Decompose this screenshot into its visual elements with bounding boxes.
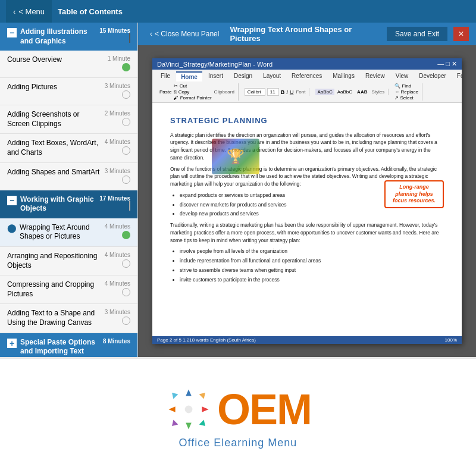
status-badge — [122, 146, 130, 155]
word-zoom-controls: 100% — [445, 337, 457, 343]
item-duration: 4 Minutes — [101, 280, 130, 287]
item-label: Adding Shapes and SmartArt — [7, 168, 101, 177]
tab-file[interactable]: File — [156, 71, 175, 82]
svg-marker-5 — [172, 393, 178, 399]
tab-review[interactable]: Review — [361, 71, 390, 82]
collapse-icon: − — [7, 196, 17, 205]
section-badge — [129, 33, 130, 43]
word-window-controls: — □ ✕ — [437, 60, 457, 68]
bullet-item: develop new products and services — [180, 210, 444, 218]
bold-btn[interactable]: B — [281, 89, 285, 95]
status-badge — [122, 118, 130, 126]
svg-point-0 — [185, 406, 193, 414]
style-aabbc2-btn[interactable]: AaBbC — [336, 89, 354, 95]
tab-design[interactable]: Design — [229, 71, 257, 82]
status-badge — [122, 259, 130, 268]
copy-btn[interactable]: ⎘ Copy — [174, 89, 211, 95]
find-btn[interactable]: 🔍 Find — [394, 83, 418, 89]
select-btn[interactable]: ↗ Select — [394, 95, 418, 101]
viewer-toolbar: ‹ < Close Menu Panel Wrapping Text Aroun… — [138, 23, 476, 45]
word-document: DaVinci_Strategy/MarketingPlan - Word — … — [152, 58, 462, 344]
sidebar-item-arranging[interactable]: Arranging and Repositioning Objects 4 Mi… — [0, 247, 137, 275]
tab-insert[interactable]: Insert — [203, 71, 228, 82]
bullet-item: strive to assemble diverse teams when ge… — [180, 267, 444, 274]
tab-developer[interactable]: Developer — [414, 71, 451, 82]
tab-layout[interactable]: Layout — [258, 71, 286, 82]
section-duration: 17 Minutes — [99, 195, 130, 202]
chevron-left-icon: ‹ — [13, 7, 15, 16]
word-tabs: File Home Insert Design Layout Reference… — [156, 71, 458, 82]
logo-container: OEM — [165, 386, 311, 433]
chevron-left-icon: ‹ — [150, 30, 152, 38]
toc-label: Table of Contents — [52, 7, 123, 16]
status-badge — [122, 90, 130, 99]
menu-label: < Menu — [18, 7, 45, 16]
doc-heading: Strategic Planning — [170, 115, 444, 127]
close-menu-panel-button[interactable]: ‹ < Close Menu Panel — [145, 27, 224, 40]
svg-marker-7 — [172, 420, 178, 426]
sidebar-section-adding-illustrations[interactable]: − Adding Illustrations and Graphics 15 M… — [0, 23, 137, 51]
item-duration: 3 Minutes — [101, 83, 130, 89]
svg-marker-6 — [199, 393, 205, 399]
item-label: Course Overview — [7, 55, 101, 65]
tab-home[interactable]: Home — [176, 71, 202, 82]
oem-logo-arrows — [165, 386, 212, 433]
collapse-icon: − — [7, 28, 17, 37]
logo-tagline: Office Elearning Menu — [179, 437, 298, 449]
sidebar-section-working-graphic-objects[interactable]: − Working with Graphic Objects 17 Minute… — [0, 190, 137, 218]
sidebar-item-adding-shapes[interactable]: Adding Shapes and SmartArt 3 Minutes — [0, 163, 137, 190]
sidebar-item-course-overview[interactable]: Course Overview 1 Minute — [0, 51, 137, 78]
item-duration: 2 Minutes — [101, 110, 130, 117]
sidebar-section-special-paste[interactable]: + Special Paste Options and Importing Te… — [0, 333, 137, 358]
sidebar-item-compressing[interactable]: Compressing and Cropping Pictures 4 Minu… — [0, 275, 137, 304]
oem-logo-text: OEM — [217, 388, 311, 431]
item-label: Arranging and Repositioning Objects — [7, 252, 101, 270]
tab-view[interactable]: View — [391, 71, 414, 82]
format-painter-btn[interactable]: 🖌 Format Painter — [174, 95, 211, 101]
expand-icon: + — [7, 339, 17, 348]
section-badge — [129, 201, 130, 211]
bullet-item: include representation from all function… — [180, 257, 444, 265]
word-statusbar: Page 2 of 5 1,218 words English (South A… — [152, 336, 462, 344]
status-badge — [122, 176, 130, 184]
close-button[interactable]: ✕ — [453, 27, 469, 41]
font-size-select[interactable]: 11 — [267, 88, 279, 96]
paste-label: Paste — [159, 89, 171, 95]
save-exit-button[interactable]: Save and Exit — [387, 27, 447, 41]
bookmark-icon: ⬤ — [7, 223, 17, 233]
clipboard-label: Clipboard — [214, 89, 234, 95]
cut-btn[interactable]: ✂ Cut — [174, 83, 211, 89]
content-viewer: ‹ < Close Menu Panel Wrapping Text Aroun… — [138, 23, 476, 357]
italic-btn[interactable]: I — [286, 89, 288, 95]
menu-button[interactable]: ‹ < Menu — [6, 0, 52, 23]
logo-section: OEM Office Elearning Menu — [0, 357, 476, 476]
sidebar-item-adding-text-shape[interactable]: Adding Text to a Shape and Using the Dra… — [0, 304, 137, 333]
sidebar-item-adding-screenshots[interactable]: Adding Screenshots or Screen Clippings 2… — [0, 105, 137, 134]
item-label: Adding Text Boxes, WordArt, and Charts — [7, 139, 101, 157]
bullet-item: involve people from all levels of the or… — [180, 248, 444, 255]
sidebar-item-wrapping-text[interactable]: ⬤ Wrapping Text Around Shapes or Picture… — [0, 218, 137, 247]
word-ribbon-buttons: Paste ✂ Cut ⎘ Copy 🖌 Format Painter Clip… — [156, 83, 458, 101]
sidebar-item-adding-textboxes[interactable]: Adding Text Boxes, WordArt, and Charts 4… — [0, 134, 137, 162]
word-ribbon: File Home Insert Design Layout Reference… — [152, 70, 462, 103]
status-badge — [122, 288, 130, 296]
word-status-text: Page 2 of 5 1,218 words English (South A… — [157, 337, 256, 343]
replace-btn[interactable]: ↔ Replace — [394, 89, 418, 95]
tab-format[interactable]: Format — [452, 71, 462, 82]
style-aab-btn[interactable]: AAB — [355, 89, 369, 95]
status-badge — [122, 231, 130, 239]
bullet-item: invite customers to participate in the p… — [180, 276, 444, 284]
item-label: Adding Screenshots or Screen Clippings — [7, 110, 101, 129]
style-aabbc-btn[interactable]: AaBbC — [315, 89, 334, 95]
section-duration: 15 Minutes — [99, 27, 130, 34]
clipboard-buttons: ✂ Cut ⎘ Copy 🖌 Format Painter — [174, 83, 211, 101]
underline-btn[interactable]: U — [290, 89, 294, 95]
tab-mailings[interactable]: Mailings — [328, 71, 359, 82]
font-name-select[interactable]: Calibri — [245, 88, 265, 96]
word-doc-title: DaVinci_Strategy/MarketingPlan - Word — [157, 61, 273, 68]
viewer-screen: DaVinci_Strategy/MarketingPlan - Word — … — [138, 45, 476, 357]
tab-references[interactable]: References — [287, 71, 327, 82]
sidebar-item-adding-pictures[interactable]: Adding Pictures 3 Minutes — [0, 78, 137, 105]
item-duration: 4 Minutes — [101, 252, 130, 258]
editing-group: 🔍 Find ↔ Replace ↗ Select — [391, 83, 422, 101]
